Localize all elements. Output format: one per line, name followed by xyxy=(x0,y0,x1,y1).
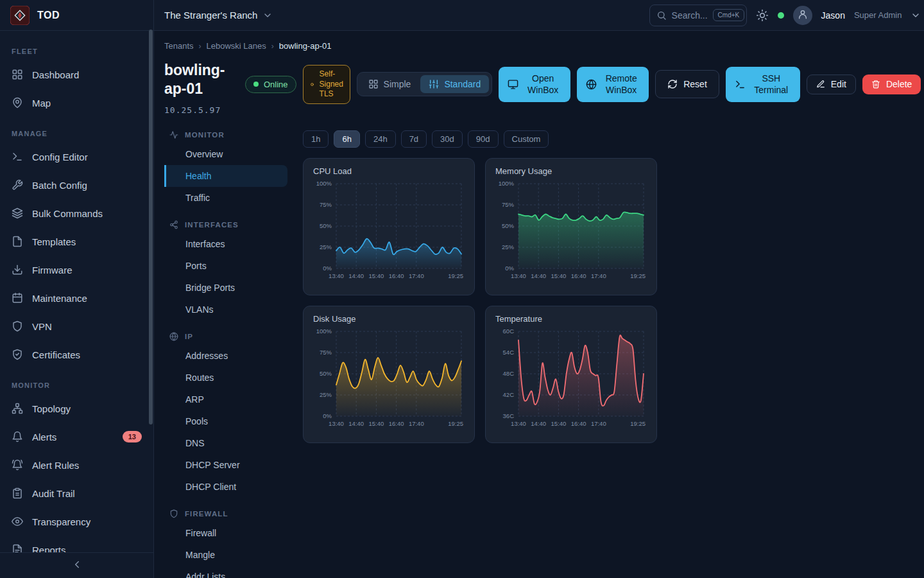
terminal-icon xyxy=(12,151,23,162)
svg-text:100%: 100% xyxy=(316,180,332,187)
tenant-selector[interactable]: The Stranger's Ranch xyxy=(164,10,273,21)
shield-check-icon xyxy=(12,349,23,360)
sidebar-item-label: Bulk Commands xyxy=(32,208,103,219)
search-placeholder: Search... xyxy=(672,10,708,21)
svg-text:13:40: 13:40 xyxy=(511,420,526,427)
sidebar-item-transparency[interactable]: Transparency xyxy=(6,507,147,536)
sidebar-item-dashboard[interactable]: Dashboard xyxy=(6,60,147,89)
time-range-90d[interactable]: 90d xyxy=(468,130,499,148)
svg-text:50%: 50% xyxy=(502,222,515,229)
chevron-left-icon xyxy=(71,559,83,573)
subnav-item-dns[interactable]: DNS xyxy=(164,432,287,454)
svg-text:16:40: 16:40 xyxy=(389,420,404,427)
svg-text:13:40: 13:40 xyxy=(329,272,344,279)
subnav-item-dhcp-server[interactable]: DHCP Server xyxy=(164,454,287,476)
subnav-item-addresses[interactable]: Addresses xyxy=(164,345,287,367)
ssh-terminal-button[interactable]: SSH Terminal xyxy=(726,67,800,103)
subnav-item-routes[interactable]: Routes xyxy=(164,367,287,389)
avatar[interactable] xyxy=(793,6,812,25)
svg-text:17:40: 17:40 xyxy=(591,272,606,279)
sidebar-item-label: Config Editor xyxy=(32,152,88,162)
subnav-item-bridge-ports[interactable]: Bridge Ports xyxy=(164,277,287,299)
svg-text:13:40: 13:40 xyxy=(511,272,526,279)
sidebar-item-label: Certificates xyxy=(32,349,80,360)
clipboard-icon xyxy=(12,487,23,499)
reset-button[interactable]: Reset xyxy=(655,70,719,98)
tod-logo-icon xyxy=(10,6,30,25)
subnav-item-arp[interactable]: ARP xyxy=(164,389,287,410)
svg-text:25%: 25% xyxy=(320,391,332,398)
device-ip: 10.25.5.97 xyxy=(164,105,232,115)
time-range-6h[interactable]: 6h xyxy=(334,130,359,148)
breadcrumb-item-lebowski-lanes[interactable]: Lebowski Lanes xyxy=(207,41,266,51)
body-row: MONITOROverviewHealthTrafficINTERFACESIn… xyxy=(164,128,921,578)
subnav-item-addr-lists[interactable]: Addr Lists xyxy=(164,566,287,578)
wrench-icon xyxy=(12,179,23,191)
layers-icon xyxy=(12,207,23,219)
subnav-item-firewall[interactable]: Firewall xyxy=(164,522,287,544)
sidebar-item-batch-config[interactable]: Batch Config xyxy=(6,171,147,199)
theme-toggle-sun-icon[interactable] xyxy=(756,9,769,22)
breadcrumb-separator-icon: › xyxy=(199,42,201,51)
sidebar-item-reports[interactable]: Reports xyxy=(6,536,147,552)
subnav-item-dhcp-client[interactable]: DHCP Client xyxy=(164,476,287,498)
device-header: bowling-ap-01 10.25.5.97 Online Self-Sig… xyxy=(164,61,921,115)
delete-button[interactable]: Delete xyxy=(862,74,921,94)
subnav-item-health[interactable]: Health xyxy=(164,165,287,187)
time-range-custom[interactable]: Custom xyxy=(504,130,549,148)
edit-button[interactable]: Edit xyxy=(807,74,856,94)
app-root: TOD FLEETDashboardMapMANAGEConfig Editor… xyxy=(0,0,924,578)
refresh-icon xyxy=(667,79,678,89)
sidebar-item-firmware[interactable]: Firmware xyxy=(6,256,147,284)
sidebar-section-monitor: MONITOR xyxy=(12,381,142,389)
search-input[interactable]: Search... Cmd+K xyxy=(649,4,747,26)
subnav-item-interfaces[interactable]: Interfaces xyxy=(164,233,287,255)
subnav-item-pools[interactable]: Pools xyxy=(164,410,287,432)
time-range-24h[interactable]: 24h xyxy=(365,130,396,148)
grid-icon xyxy=(12,69,23,80)
open-winbox-button[interactable]: Open WinBox xyxy=(499,67,570,103)
sidebar-item-topology[interactable]: Topology xyxy=(6,394,147,423)
svg-text:14:40: 14:40 xyxy=(348,420,364,427)
subnav-item-mangle[interactable]: Mangle xyxy=(164,544,287,566)
sidebar-item-alerts[interactable]: Alerts13 xyxy=(6,423,147,451)
subnav-item-traffic[interactable]: Traffic xyxy=(164,187,287,209)
breadcrumb-item-tenants[interactable]: Tenants xyxy=(164,41,194,51)
time-range-1h[interactable]: 1h xyxy=(303,130,329,148)
time-range-30d[interactable]: 30d xyxy=(432,130,463,148)
activity-icon xyxy=(169,130,178,139)
bell-icon xyxy=(12,431,23,442)
time-range-7d[interactable]: 7d xyxy=(401,130,427,148)
sidebar-item-map[interactable]: Map xyxy=(6,89,147,117)
file-icon xyxy=(12,236,23,247)
sidebar-scrollbar[interactable] xyxy=(149,30,153,425)
view-mode-standard[interactable]: Standard xyxy=(420,75,489,93)
sidebar-collapse-button[interactable] xyxy=(0,552,153,578)
chart-cpu-load: 100%75%50%25%0%13:4014:4015:4016:4017:40… xyxy=(313,179,465,284)
user-menu-chevron-icon[interactable] xyxy=(911,10,921,21)
subnav-item-vlans[interactable]: VLANs xyxy=(164,299,287,320)
sidebar-item-maintenance[interactable]: Maintenance xyxy=(6,284,147,312)
svg-text:75%: 75% xyxy=(320,349,332,356)
sidebar-item-templates[interactable]: Templates xyxy=(6,227,147,256)
sidebar-item-label: Templates xyxy=(32,236,76,247)
sidebar-item-certificates[interactable]: Certificates xyxy=(6,340,147,369)
sidebar: TOD FLEETDashboardMapMANAGEConfig Editor… xyxy=(0,0,154,578)
svg-text:14:40: 14:40 xyxy=(348,272,364,279)
sliders-icon xyxy=(429,79,439,89)
view-mode-simple[interactable]: Simple xyxy=(360,75,420,93)
sidebar-item-vpn[interactable]: VPN xyxy=(6,312,147,340)
svg-text:15:40: 15:40 xyxy=(551,420,567,427)
sidebar-item-alert-rules[interactable]: Alert Rules xyxy=(6,451,147,479)
user-role: Super Admin xyxy=(854,10,902,20)
svg-text:0%: 0% xyxy=(323,265,332,272)
subnav-item-ports[interactable]: Ports xyxy=(164,255,287,277)
search-icon xyxy=(656,10,667,21)
svg-text:19:25: 19:25 xyxy=(630,272,646,279)
subnav-item-overview[interactable]: Overview xyxy=(164,143,287,165)
sidebar-item-config-editor[interactable]: Config Editor xyxy=(6,143,147,171)
remote-winbox-button[interactable]: Remote WinBox xyxy=(577,67,649,103)
pencil-icon xyxy=(816,80,825,89)
sidebar-item-audit-trail[interactable]: Audit Trail xyxy=(6,479,147,507)
sidebar-item-bulk-commands[interactable]: Bulk Commands xyxy=(6,199,147,227)
